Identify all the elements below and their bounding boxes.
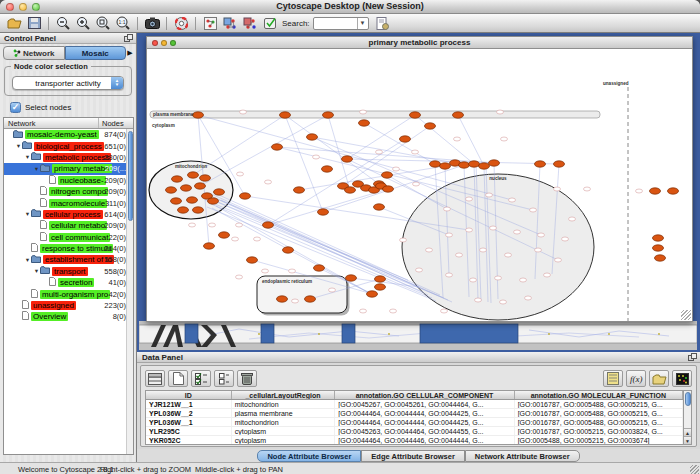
function-builder-icon[interactable]: f(x) bbox=[626, 370, 646, 387]
table-row[interactable]: YLR295Ccytoplasm[GO:0045263, GO:0044464,… bbox=[146, 427, 683, 436]
folder-icon bbox=[31, 209, 41, 219]
network-icon[interactable] bbox=[200, 15, 220, 32]
vizmapper-icon[interactable] bbox=[220, 15, 240, 32]
plugin-icon[interactable] bbox=[373, 15, 393, 32]
tree-expander-icon[interactable]: ▼ bbox=[24, 211, 31, 217]
tree-expander-icon[interactable]: ▼ bbox=[15, 143, 22, 149]
svg-text:nucleus: nucleus bbox=[489, 176, 507, 181]
table-row[interactable]: YJR121W__1mitochondrion[GO:0045267, GO:0… bbox=[146, 400, 683, 409]
search-label: Search: bbox=[282, 19, 310, 28]
tree-row[interactable]: cellular metabo209(0) bbox=[4, 220, 128, 231]
table-column-header[interactable]: annotation.GO MOLECULAR_FUNCTION bbox=[515, 391, 683, 399]
table-cell: [GO:0016787, GO:0005488, GO:0005215, G..… bbox=[515, 409, 683, 417]
tree-scrollbar[interactable] bbox=[126, 129, 133, 455]
delete-attribute-icon[interactable] bbox=[237, 370, 257, 387]
tree-row[interactable]: unassigned223(0) bbox=[4, 300, 128, 311]
select-nodes-checkbox[interactable]: ✓ bbox=[10, 102, 21, 113]
table-column-header[interactable]: ID bbox=[146, 391, 232, 399]
node-color-select[interactable]: transporter activity ▲▼ bbox=[12, 76, 124, 90]
tree-expander-icon[interactable]: ▼ bbox=[24, 154, 31, 160]
table-cell: cytoplasm bbox=[232, 436, 336, 444]
unselect-attributes-icon[interactable] bbox=[214, 370, 234, 387]
new-attribute-icon[interactable] bbox=[168, 370, 188, 387]
attribute-table[interactable]: ID_cellularLayoutRegionannotation.GO CEL… bbox=[145, 390, 684, 445]
tree-row[interactable]: Overview8(0) bbox=[4, 311, 128, 322]
attribute-browser-tab[interactable]: Edge Attribute Browser bbox=[361, 450, 464, 462]
tree-row-node-count: 280(0) bbox=[104, 153, 126, 162]
network-resize-grip[interactable] bbox=[681, 310, 691, 320]
tree-row[interactable]: multi-organism pro42(0) bbox=[4, 288, 128, 299]
table-cell: [GO:0044464, GO:0044444, GO:0044425, G..… bbox=[335, 409, 514, 417]
tree-row[interactable]: nucleobase-209(0) bbox=[4, 175, 128, 186]
zoom-fit-icon[interactable]: 1:1 bbox=[113, 15, 133, 32]
main-toolbar: 1:1 Search: ▼ bbox=[0, 14, 700, 33]
svg-text:mitochondrion: mitochondrion bbox=[175, 164, 207, 169]
network-window[interactable]: primary metabolic process plasma membran… bbox=[146, 36, 693, 322]
tree-column-nodes[interactable]: Nodes bbox=[99, 118, 133, 128]
network-window-titlebar[interactable]: primary metabolic process bbox=[147, 37, 692, 49]
float-data-panel-icon[interactable] bbox=[688, 353, 697, 361]
tree-row[interactable]: ▼metabolic process280(0) bbox=[4, 152, 128, 163]
tree-expander-icon[interactable]: ▼ bbox=[24, 257, 31, 263]
background-windows-fragment[interactable] bbox=[139, 321, 697, 350]
open-folder-icon[interactable] bbox=[4, 15, 24, 32]
network-canvas[interactable]: plasma membranecytoplasmmitochondrionnuc… bbox=[147, 49, 692, 321]
tab-mosaic[interactable]: Mosaic bbox=[65, 46, 127, 60]
help-icon[interactable] bbox=[171, 15, 191, 32]
attribute-table-icon[interactable] bbox=[145, 370, 165, 387]
filter-icon[interactable] bbox=[240, 15, 260, 32]
snapshot-icon[interactable] bbox=[142, 15, 162, 32]
tree-row[interactable]: macromolecule311(0) bbox=[4, 197, 128, 208]
tree-row[interactable]: secretion41(0) bbox=[4, 277, 128, 288]
data-panel: Data Panel f(x) ID_cellularLayoutRegiona… bbox=[137, 352, 700, 449]
notes-icon[interactable] bbox=[603, 370, 623, 387]
tree-expander-icon[interactable]: ▼ bbox=[33, 166, 40, 172]
import-icon[interactable] bbox=[649, 370, 669, 387]
tab-network[interactable]: Network bbox=[3, 46, 65, 60]
scroll-down-icon[interactable]: ▼ bbox=[684, 436, 691, 444]
attribute-browser-tab[interactable]: Node Attribute Browser bbox=[257, 450, 361, 462]
table-row[interactable]: YPL036W__1mitochondrion[GO:0044464, GO:0… bbox=[146, 418, 683, 427]
tree-row[interactable]: cell communicat22(0) bbox=[4, 232, 128, 243]
table-cell: YKR052C bbox=[146, 436, 232, 444]
tree-row-label: multi-organism pro bbox=[40, 290, 110, 299]
tree-row[interactable]: response to stimulu264(0) bbox=[4, 243, 128, 254]
search-input[interactable]: ▼ bbox=[313, 17, 369, 30]
tree-row[interactable]: ▼establishment of lo558(0) bbox=[4, 254, 128, 265]
tree-column-network[interactable]: Network bbox=[4, 118, 99, 128]
tree-row-label: primary metabo bbox=[52, 164, 112, 173]
tab-scroll-right-icon[interactable]: ▶ bbox=[126, 46, 134, 60]
svg-text:unassigned: unassigned bbox=[603, 81, 629, 86]
zoom-in-icon[interactable] bbox=[73, 15, 93, 32]
table-column-header[interactable]: annotation.GO CELLULAR_COMPONENT bbox=[335, 391, 514, 399]
save-icon[interactable] bbox=[24, 15, 44, 32]
tree-header[interactable]: Network Nodes bbox=[4, 118, 133, 129]
network-file-icon bbox=[22, 311, 29, 322]
tree-row[interactable]: ▼biological_process651(0) bbox=[4, 140, 128, 151]
zoom-out-icon[interactable] bbox=[53, 15, 73, 32]
attribute-browser-tab[interactable]: Network Attribute Browser bbox=[465, 450, 580, 462]
tree-row-label: unassigned bbox=[31, 301, 76, 310]
tree-row[interactable]: ▼cellular process614(0) bbox=[4, 209, 128, 220]
matrix-icon[interactable] bbox=[672, 370, 692, 387]
tree-row-label: cellular metabo bbox=[49, 221, 107, 230]
tree-scrollbar-thumb[interactable] bbox=[128, 131, 133, 221]
search-dropdown-arrow-icon[interactable]: ▼ bbox=[357, 18, 368, 29]
tree-row[interactable]: ▼transport558(0) bbox=[4, 266, 128, 277]
tree-expander-icon[interactable]: ▼ bbox=[33, 268, 40, 274]
scroll-up-icon[interactable]: ▲ bbox=[684, 428, 691, 436]
tree-row[interactable]: mosaic-demo-yeast874(0) bbox=[4, 129, 128, 140]
tree-row-label: nucleobase- bbox=[58, 176, 106, 185]
table-scrollbar[interactable]: ▲ ▼ bbox=[683, 390, 692, 445]
table-scrollbar-thumb[interactable] bbox=[685, 392, 691, 406]
table-row[interactable]: YPL036W__2plasma membrane[GO:0044464, GO… bbox=[146, 409, 683, 418]
tree-row[interactable]: nitrogen compo209(0) bbox=[4, 186, 128, 197]
table-column-header[interactable]: _cellularLayoutRegion bbox=[232, 391, 336, 399]
window-resize-grip[interactable] bbox=[690, 465, 699, 474]
annotation-icon[interactable] bbox=[260, 15, 280, 32]
select-attributes-icon[interactable] bbox=[191, 370, 211, 387]
float-panel-icon[interactable] bbox=[124, 34, 133, 42]
tree-row[interactable]: ▼primary metabo209(... bbox=[4, 163, 128, 174]
zoom-selected-icon[interactable] bbox=[93, 15, 113, 32]
table-row[interactable]: YKR052Ccytoplasm[GO:0044464, GO:0044446,… bbox=[146, 436, 683, 445]
